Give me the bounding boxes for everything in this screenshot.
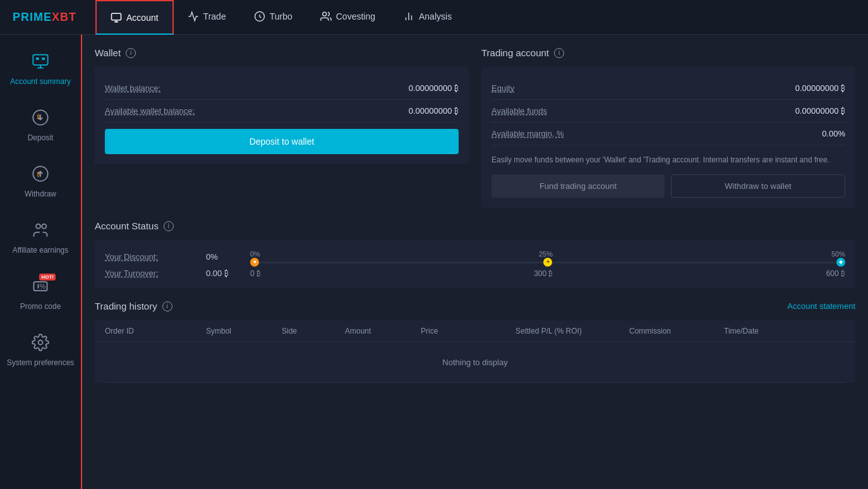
- sidebar-system-prefs-label: System preferences: [7, 358, 75, 367]
- account-status-panel: Your Discount: 0% 0% 25% 50% ★ ☀ ◆: [95, 240, 855, 288]
- svg-text:₿: ₿: [37, 171, 40, 178]
- progress-track: ★ ☀ ◆: [250, 262, 845, 263]
- account-nav-icon: [111, 12, 122, 23]
- svg-text:%: %: [40, 282, 45, 290]
- svg-point-22: [39, 341, 43, 345]
- turnover-levels: 0 ₿ 300 ₿ 600 ₿: [250, 269, 845, 278]
- sidebar-item-promo-code[interactable]: HOT! % Promo code: [0, 266, 81, 322]
- sidebar-account-summary-label: Account summary: [10, 77, 71, 86]
- equity-row: Equity 0.00000000 ₿: [491, 77, 845, 100]
- sidebar-item-withdraw[interactable]: ₿ Withdraw: [0, 154, 81, 210]
- available-funds-value: 0.00000000 ₿: [795, 106, 845, 116]
- top-nav: PRIMEXBT Account Trade Turbo Covesting: [0, 0, 868, 35]
- sidebar-item-deposit[interactable]: ₿ Deposit: [0, 97, 81, 154]
- wallet-section: Wallet i Wallet balance: 0.00000000 ₿ Av…: [95, 47, 469, 208]
- sidebar-item-account-summary[interactable]: Account summary: [0, 41, 81, 97]
- nav-analysis[interactable]: Analysis: [389, 0, 466, 35]
- wallet-balance-row: Wallet balance: 0.00000000 ₿: [105, 77, 459, 100]
- sidebar-item-affiliate-earnings[interactable]: Affiliate earnings: [0, 210, 81, 266]
- wallet-info-icon[interactable]: i: [126, 48, 136, 58]
- trading-account-info-icon[interactable]: i: [554, 48, 564, 58]
- wallet-balance-label[interactable]: Wallet balance:: [105, 83, 160, 93]
- table-header-row: Order ID Symbol Side Amount Price Settle…: [95, 320, 855, 342]
- col-time-date: Time/Date: [724, 327, 845, 335]
- main-content: Wallet i Wallet balance: 0.00000000 ₿ Av…: [82, 35, 868, 489]
- covesting-nav-icon: [320, 11, 332, 22]
- hot-badge: HOT!: [39, 274, 56, 281]
- withdraw-to-wallet-button[interactable]: Withdraw to wallet: [671, 174, 845, 198]
- tier-icons: ★ ☀ ◆: [250, 258, 845, 267]
- turbo-nav-icon: [254, 11, 265, 22]
- system-prefs-icon-wrap: [32, 334, 49, 353]
- level-0: 0%: [250, 250, 260, 258]
- available-margin-value: 0.00%: [822, 129, 845, 138]
- svg-rect-11: [36, 57, 39, 60]
- level-50: 50%: [831, 250, 845, 258]
- your-discount-value: 0%: [206, 252, 250, 262]
- logo: PRIMEXBT: [13, 11, 76, 24]
- account-statement-link[interactable]: Account statement: [787, 301, 855, 311]
- available-wallet-row: Available wallet balance: 0.00000000 ₿: [105, 100, 459, 123]
- col-pnl: Settled P/L (% ROI): [515, 327, 629, 335]
- svg-rect-12: [42, 57, 45, 60]
- sidebar-item-system-preferences[interactable]: System preferences: [0, 322, 81, 378]
- available-funds-label[interactable]: Available funds: [491, 106, 547, 116]
- sidebar-affiliate-label: Affiliate earnings: [13, 246, 69, 255]
- sidebar-withdraw-label: Withdraw: [25, 190, 56, 198]
- svg-point-4: [322, 12, 326, 16]
- equity-label[interactable]: Equity: [491, 83, 514, 93]
- withdraw-icon-wrap: ₿: [32, 165, 49, 184]
- wallet-panel: Wallet balance: 0.00000000 ₿ Available w…: [95, 67, 469, 164]
- col-commission: Commission: [629, 327, 724, 335]
- your-turnover-label[interactable]: Your Turnover:: [105, 269, 206, 278]
- trade-nav-icon: [188, 11, 199, 22]
- affiliate-icon: [32, 221, 49, 239]
- available-wallet-label[interactable]: Available wallet balance:: [105, 106, 195, 116]
- withdraw-icon: ₿: [32, 165, 49, 183]
- top-two-col: Wallet i Wallet balance: 0.00000000 ₿ Av…: [95, 47, 855, 208]
- your-discount-label[interactable]: Your Discount:: [105, 252, 206, 262]
- wallet-title: Wallet i: [95, 47, 469, 58]
- tier-3-icon: ◆: [836, 258, 845, 267]
- col-side: Side: [282, 327, 345, 335]
- promo-icon-wrap: HOT! %: [32, 277, 49, 297]
- account-status-info-icon[interactable]: i: [164, 221, 174, 231]
- col-symbol: Symbol: [206, 327, 282, 335]
- trading-history-section: Trading history i Account statement Orde…: [95, 301, 855, 383]
- svg-text:₿: ₿: [37, 114, 40, 120]
- col-order-id: Order ID: [105, 327, 206, 335]
- svg-point-18: [42, 224, 46, 229]
- wallet-balance-value: 0.00000000 ₿: [409, 83, 459, 93]
- equity-value: 0.00000000 ₿: [795, 83, 845, 93]
- level-25: 25%: [539, 250, 553, 258]
- account-status-title: Account Status i: [95, 220, 855, 231]
- turnover-level-600: 600 ₿: [826, 269, 845, 278]
- nav-trade[interactable]: Trade: [174, 0, 240, 35]
- nav-account[interactable]: Account: [95, 0, 174, 35]
- svg-rect-0: [112, 13, 121, 20]
- available-margin-label[interactable]: Available margin, %: [491, 129, 564, 138]
- deposit-to-wallet-button[interactable]: Deposit to wallet: [105, 129, 459, 154]
- nav-covesting[interactable]: Covesting: [306, 0, 389, 35]
- trading-history-title: Trading history i: [95, 301, 172, 311]
- tier-1-icon: ★: [250, 258, 259, 267]
- system-prefs-icon: [32, 334, 49, 351]
- logo-sub: XBT: [52, 11, 76, 23]
- affiliate-icon-wrap: [32, 221, 49, 241]
- nav-analysis-label: Analysis: [419, 11, 452, 21]
- main-layout: Account summary ₿ Deposit ₿ Wi: [0, 35, 868, 489]
- tier-2-icon: ☀: [543, 258, 552, 267]
- account-summary-icon-wrap: [32, 52, 49, 72]
- trading-history-header: Trading history i Account statement: [95, 301, 855, 311]
- fund-trading-account-button[interactable]: Fund trading account: [491, 174, 665, 198]
- nav-items: Account Trade Turbo Covesting Analysis: [95, 0, 466, 35]
- trading-history-info-icon[interactable]: i: [162, 301, 172, 311]
- table-bottom-divider: [105, 382, 845, 383]
- discount-progress-area: 0% 25% 50% ★ ☀ ◆: [250, 250, 845, 263]
- analysis-nav-icon: [403, 11, 414, 22]
- table-empty-message: Nothing to display: [95, 342, 855, 382]
- logo-main: PRIME: [13, 11, 52, 23]
- nav-trade-label: Trade: [203, 11, 226, 21]
- nav-account-label: Account: [126, 13, 159, 23]
- nav-turbo[interactable]: Turbo: [240, 0, 306, 35]
